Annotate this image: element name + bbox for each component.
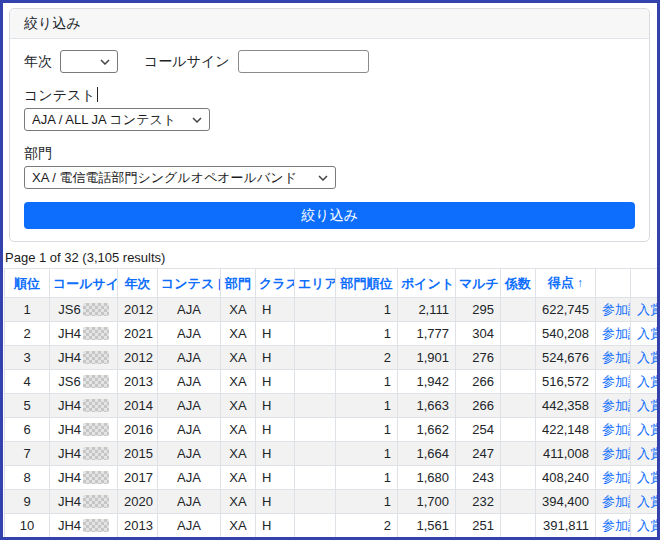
table-row: 2JH42021AJAXAH11,777304540,208参加証入賞 [5, 322, 660, 346]
certificate-link[interactable]: 参加証 [602, 446, 631, 461]
prize-link[interactable]: 入賞 [637, 350, 660, 365]
prize-link[interactable]: 入賞 [637, 398, 660, 413]
cell-division_rank: 1 [336, 490, 398, 514]
callsign-prefix: JH4 [58, 518, 81, 533]
cell-rank: 4 [5, 370, 50, 394]
cell-prize-link: 入賞 [631, 490, 660, 514]
prize-link[interactable]: 入賞 [637, 326, 660, 341]
cell-area [295, 490, 336, 514]
column-header-contest[interactable]: コンテスト [158, 269, 221, 298]
cell-callsign: JH4 [50, 514, 118, 538]
table-row: 7JH42015AJAXAH11,664247411,008参加証入賞 [5, 442, 660, 466]
cell-points: 1,700 [398, 490, 456, 514]
callsign-prefix: JH4 [58, 422, 81, 437]
prize-link[interactable]: 入賞 [637, 446, 660, 461]
certificate-link[interactable]: 参加証 [602, 518, 631, 533]
cell-points: 1,901 [398, 346, 456, 370]
callsign-prefix: JH4 [58, 398, 81, 413]
cell-callsign: JH4 [50, 466, 118, 490]
certificate-link[interactable]: 参加証 [602, 326, 631, 341]
column-header-area[interactable]: エリア [295, 269, 336, 298]
cell-callsign: JH4 [50, 322, 118, 346]
certificate-link[interactable]: 参加証 [602, 422, 631, 437]
results-table-body: 1JS62012AJAXAH12,111295622,745参加証入賞2JH42… [5, 298, 660, 540]
division-label: 部門 [24, 144, 635, 163]
year-select[interactable] [60, 50, 118, 73]
cell-year: 2021 [118, 322, 158, 346]
cell-prize-link: 入賞 [631, 442, 660, 466]
cell-area [295, 514, 336, 538]
cell-contest: AJA [158, 298, 221, 322]
column-header-coefficient[interactable]: 係数 [501, 269, 536, 298]
cell-area [295, 442, 336, 466]
callsign-prefix: JH4 [58, 446, 81, 461]
column-header-multi[interactable]: マルチ [456, 269, 501, 298]
cell-coefficient [501, 514, 536, 538]
cell-points: 1,663 [398, 394, 456, 418]
cell-area [295, 418, 336, 442]
prize-link[interactable]: 入賞 [637, 518, 660, 533]
prize-link[interactable]: 入賞 [637, 302, 660, 317]
cell-area [295, 346, 336, 370]
callsign-redacted-blur [83, 423, 109, 436]
cell-certificate-link: 参加証 [596, 322, 631, 346]
callsign-redacted-blur [83, 303, 109, 316]
cell-class: H [256, 346, 295, 370]
table-row: 9JH42020AJAXAH11,700232394,400参加証入賞 [5, 490, 660, 514]
contest-label-row: コンテスト [24, 86, 635, 105]
cell-class: H [256, 322, 295, 346]
column-header-year[interactable]: 年次 [118, 269, 158, 298]
cell-division: XA [221, 442, 256, 466]
column-header-points[interactable]: ポイント [398, 269, 456, 298]
cell-contest: AJA [158, 466, 221, 490]
filter-panel-title: 絞り込み [24, 15, 81, 31]
callsign-redacted-blur [83, 495, 109, 508]
cell-callsign: JH4 [50, 490, 118, 514]
certificate-link[interactable]: 参加証 [602, 470, 631, 485]
certificate-link[interactable]: 参加証 [602, 374, 631, 389]
contest-select[interactable]: AJA / ALL JA コンテスト [24, 108, 210, 131]
cell-multi: 247 [456, 442, 501, 466]
table-row: 10JH42013AJAXAH21,561251391,811参加証入賞 [5, 514, 660, 538]
prize-link[interactable]: 入賞 [637, 470, 660, 485]
results-table: 順位コールサイン年次コンテスト部門クラスエリア部門順位ポイントマルチ係数得点↑ … [4, 268, 660, 540]
cell-class: H [256, 370, 295, 394]
cell-rank: 8 [5, 466, 50, 490]
cell-class: H [256, 418, 295, 442]
certificate-link[interactable]: 参加証 [602, 398, 631, 413]
cell-certificate-link: 参加証 [596, 490, 631, 514]
cell-coefficient [501, 370, 536, 394]
cell-prize-link: 入賞 [631, 370, 660, 394]
certificate-link[interactable]: 参加証 [602, 350, 631, 365]
cell-score: 422,148 [536, 418, 596, 442]
cell-year: 2012 [118, 298, 158, 322]
column-header-class[interactable]: クラス [256, 269, 295, 298]
column-header-rank[interactable]: 順位 [5, 269, 50, 298]
cell-callsign: JH4 [50, 442, 118, 466]
column-header-score[interactable]: 得点↑ [536, 269, 596, 298]
cell-area [295, 322, 336, 346]
prize-link[interactable]: 入賞 [637, 422, 660, 437]
cell-rank: 3 [5, 346, 50, 370]
cell-multi: 251 [456, 514, 501, 538]
division-select[interactable]: XA / 電信電話部門シングルオペオールバンド [24, 166, 336, 189]
contest-select-value: AJA / ALL JA コンテスト [32, 111, 176, 129]
column-header-callsign[interactable]: コールサイン [50, 269, 118, 298]
callsign-redacted-blur [83, 327, 109, 340]
cell-division: XA [221, 370, 256, 394]
filter-submit-button[interactable]: 絞り込み [24, 202, 635, 229]
cell-division: XA [221, 418, 256, 442]
certificate-link[interactable]: 参加証 [602, 494, 631, 509]
prize-link[interactable]: 入賞 [637, 374, 660, 389]
cell-contest: AJA [158, 418, 221, 442]
prize-link[interactable]: 入賞 [637, 494, 660, 509]
certificate-link[interactable]: 参加証 [602, 302, 631, 317]
cell-division_rank: 2 [336, 514, 398, 538]
column-header-division_rank[interactable]: 部門順位 [336, 269, 398, 298]
cell-division: XA [221, 514, 256, 538]
cell-multi: 243 [456, 466, 501, 490]
cell-score: 524,676 [536, 346, 596, 370]
column-header-division[interactable]: 部門 [221, 269, 256, 298]
cell-contest: AJA [158, 346, 221, 370]
callsign-input[interactable] [238, 50, 369, 73]
